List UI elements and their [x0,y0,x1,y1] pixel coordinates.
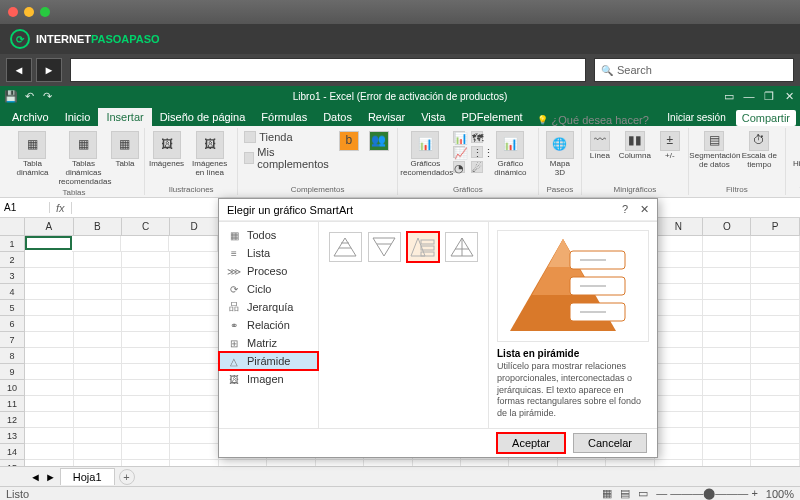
view-layout-icon[interactable]: ▤ [620,487,630,500]
btn-images[interactable]: 🖼Imágenes [149,130,184,170]
cell[interactable] [25,444,73,460]
btn-myaddins[interactable]: Mis complementos [242,145,333,171]
cell[interactable] [170,396,218,412]
cell[interactable] [122,284,170,300]
cell[interactable] [703,428,751,444]
cell[interactable] [25,252,73,268]
tab-diseno[interactable]: Diseño de página [152,108,254,126]
cell[interactable] [72,236,121,252]
layout-inverted-pyramid[interactable] [368,232,401,262]
cell[interactable] [655,396,703,412]
cell[interactable] [751,252,799,268]
cell[interactable] [74,252,122,268]
cat-cycle[interactable]: ⟳Ciclo [219,280,318,298]
sheet-tab-1[interactable]: Hoja1 [60,468,115,485]
tab-vista[interactable]: Vista [413,108,453,126]
cell[interactable] [703,348,751,364]
cell[interactable] [703,268,751,284]
chart-type-6[interactable]: ☄ [469,160,485,174]
cell[interactable] [74,268,122,284]
cell[interactable] [703,364,751,380]
layout-pyramid-list[interactable] [407,232,440,262]
tab-file[interactable]: Archivo [4,108,57,126]
cell[interactable] [170,364,218,380]
cell[interactable] [751,412,799,428]
cat-list[interactable]: ≡Lista [219,244,318,262]
btn-bing[interactable]: b [335,130,363,152]
cell[interactable] [703,316,751,332]
cell[interactable] [122,428,170,444]
cell[interactable] [122,332,170,348]
col-header[interactable]: O [703,218,751,235]
cell[interactable] [655,348,703,364]
tab-pdfelement[interactable]: PDFelement [453,108,530,126]
redo-icon[interactable]: ↷ [40,89,54,103]
cell[interactable] [170,300,218,316]
cat-matrix[interactable]: ⊞Matriz [219,334,318,352]
cell[interactable] [655,284,703,300]
cat-process[interactable]: ⋙Proceso [219,262,318,280]
cell[interactable] [25,348,73,364]
cell[interactable] [703,444,751,460]
cell[interactable] [751,364,799,380]
chart-type-1[interactable]: 📊 [451,130,467,144]
row-header[interactable]: 7 [0,332,25,348]
row-header[interactable]: 3 [0,268,25,284]
cell[interactable] [751,348,799,364]
cell[interactable] [751,300,799,316]
share-button[interactable]: Compartir [736,110,796,126]
cell[interactable] [170,316,218,332]
search-input[interactable]: Search [594,58,794,82]
cell[interactable] [170,380,218,396]
tab-formulas[interactable]: Fórmulas [253,108,315,126]
undo-icon[interactable]: ↶ [22,89,36,103]
cell[interactable] [655,252,703,268]
row-header[interactable]: 5 [0,300,25,316]
row-header[interactable]: 11 [0,396,25,412]
zoom-slider[interactable]: — ———⬤——— + [656,487,758,500]
signin-link[interactable]: Iniciar sesión [661,109,731,126]
cat-hierarchy[interactable]: 品Jerarquía [219,298,318,316]
cell[interactable] [25,316,73,332]
name-box[interactable]: A1 [0,202,50,213]
cell[interactable] [74,300,122,316]
btn-3dmap[interactable]: 🌐Mapa 3D [543,130,577,179]
cell[interactable] [74,348,122,364]
cell[interactable] [655,444,703,460]
restore-icon[interactable]: ❐ [762,89,776,103]
cell[interactable] [74,364,122,380]
cell[interactable] [655,364,703,380]
cell[interactable] [169,236,218,252]
cell[interactable] [170,332,218,348]
col-header[interactable]: P [751,218,799,235]
cell[interactable] [121,236,170,252]
tab-revisar[interactable]: Revisar [360,108,413,126]
col-header[interactable]: D [170,218,218,235]
cell[interactable] [25,332,73,348]
cell[interactable] [751,316,799,332]
ok-button[interactable]: Aceptar [497,433,565,453]
cell[interactable] [74,444,122,460]
url-input[interactable] [70,58,586,82]
row-header[interactable]: 13 [0,428,25,444]
cell[interactable] [703,284,751,300]
close-icon[interactable]: ✕ [782,89,796,103]
btn-sparkcol[interactable]: ▮▮Columna [616,130,654,162]
btn-pivotchart[interactable]: 📊Gráfico dinámico [487,130,534,179]
row-header[interactable]: 6 [0,316,25,332]
cell[interactable] [655,268,703,284]
cell[interactable] [654,236,703,252]
view-break-icon[interactable]: ▭ [638,487,648,500]
tab-inicio[interactable]: Inicio [57,108,99,126]
cell[interactable] [703,300,751,316]
cell[interactable] [122,396,170,412]
cell[interactable] [74,428,122,444]
cell[interactable] [122,364,170,380]
add-sheet-button[interactable]: + [119,469,135,485]
chart-type-2[interactable]: 📈 [451,145,467,159]
cell[interactable] [751,332,799,348]
chart-type-5[interactable]: ⋮⋮ [469,145,485,159]
close-dot[interactable] [8,7,18,17]
cat-pyramid[interactable]: △Pirámide [219,352,318,370]
chart-type-4[interactable]: 🗺 [469,130,485,144]
